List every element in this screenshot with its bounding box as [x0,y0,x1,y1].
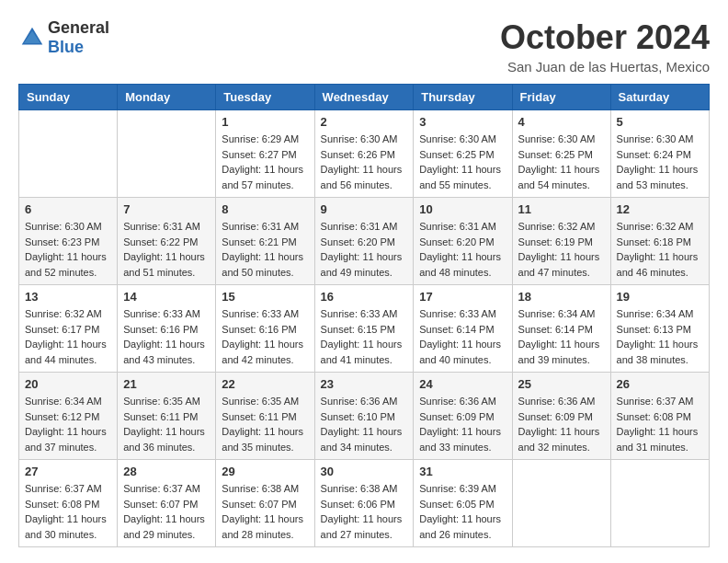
day-info: Sunrise: 6:33 AMSunset: 6:16 PMDaylight:… [222,306,308,367]
header-row: SundayMondayTuesdayWednesdayThursdayFrid… [19,85,710,110]
location-subtitle: San Juan de las Huertas, Mexico [500,59,710,75]
day-cell: 26Sunrise: 6:37 AMSunset: 6:08 PMDayligh… [610,373,709,460]
day-info: Sunrise: 6:37 AMSunset: 6:08 PMDaylight:… [617,394,703,454]
day-info: Sunrise: 6:35 AMSunset: 6:11 PMDaylight:… [222,394,308,454]
day-number: 13 [25,290,111,304]
day-number: 23 [321,377,408,391]
day-info: Sunrise: 6:37 AMSunset: 6:08 PMDaylight:… [25,481,111,542]
day-info: Sunrise: 6:30 AMSunset: 6:25 PMDaylight:… [419,132,506,192]
day-number: 24 [419,377,506,391]
day-cell: 21Sunrise: 6:35 AMSunset: 6:11 PMDayligh… [118,373,216,460]
day-cell: 11Sunrise: 6:32 AMSunset: 6:19 PMDayligh… [512,198,610,285]
day-number: 28 [123,465,210,478]
day-cell: 20Sunrise: 6:34 AMSunset: 6:12 PMDayligh… [19,373,118,460]
day-cell: 27Sunrise: 6:37 AMSunset: 6:08 PMDayligh… [19,460,118,547]
day-cell [118,110,216,198]
day-cell: 7Sunrise: 6:31 AMSunset: 6:22 PMDaylight… [118,198,216,285]
day-info: Sunrise: 6:39 AMSunset: 6:05 PMDaylight:… [419,481,506,542]
day-info: Sunrise: 6:30 AMSunset: 6:23 PMDaylight:… [25,219,111,280]
day-number: 19 [617,290,703,304]
day-info: Sunrise: 6:38 AMSunset: 6:07 PMDaylight:… [222,481,308,542]
day-cell: 9Sunrise: 6:31 AMSunset: 6:20 PMDaylight… [314,198,414,285]
title-section: October 2024 San Juan de las Huertas, Me… [500,18,710,75]
day-number: 20 [25,377,111,391]
day-cell: 5Sunrise: 6:30 AMSunset: 6:24 PMDaylight… [610,110,709,198]
day-number: 17 [419,290,506,304]
day-number: 1 [222,115,308,129]
day-info: Sunrise: 6:31 AMSunset: 6:20 PMDaylight:… [321,219,408,280]
day-number: 25 [518,377,605,391]
day-number: 4 [518,115,605,129]
day-cell: 18Sunrise: 6:34 AMSunset: 6:14 PMDayligh… [512,285,610,373]
day-number: 7 [123,202,210,216]
week-row-4: 27Sunrise: 6:37 AMSunset: 6:08 PMDayligh… [19,460,710,547]
day-info: Sunrise: 6:30 AMSunset: 6:24 PMDaylight:… [617,132,703,192]
logo-general: General [48,18,109,37]
day-cell: 31Sunrise: 6:39 AMSunset: 6:05 PMDayligh… [414,460,512,547]
day-cell: 8Sunrise: 6:31 AMSunset: 6:21 PMDaylight… [216,198,314,285]
day-number: 12 [617,202,703,216]
logo: General Blue [18,18,109,57]
day-number: 11 [518,202,605,216]
day-number: 22 [222,377,308,391]
day-info: Sunrise: 6:36 AMSunset: 6:10 PMDaylight:… [321,394,408,454]
header-day-monday: Monday [118,85,216,110]
day-number: 29 [222,465,308,478]
day-info: Sunrise: 6:36 AMSunset: 6:09 PMDaylight:… [419,394,506,454]
day-cell: 1Sunrise: 6:29 AMSunset: 6:27 PMDaylight… [216,110,314,198]
day-cell [19,110,118,198]
day-cell: 3Sunrise: 6:30 AMSunset: 6:25 PMDaylight… [414,110,512,198]
week-row-0: 1Sunrise: 6:29 AMSunset: 6:27 PMDaylight… [19,110,710,198]
day-cell: 10Sunrise: 6:31 AMSunset: 6:20 PMDayligh… [414,198,512,285]
day-info: Sunrise: 6:33 AMSunset: 6:15 PMDaylight:… [321,306,408,367]
day-info: Sunrise: 6:36 AMSunset: 6:09 PMDaylight:… [518,394,605,454]
day-info: Sunrise: 6:32 AMSunset: 6:18 PMDaylight:… [617,219,703,280]
week-row-1: 6Sunrise: 6:30 AMSunset: 6:23 PMDaylight… [19,198,710,285]
day-number: 2 [321,115,408,129]
day-info: Sunrise: 6:38 AMSunset: 6:06 PMDaylight:… [321,481,408,542]
day-cell: 19Sunrise: 6:34 AMSunset: 6:13 PMDayligh… [610,285,709,373]
day-info: Sunrise: 6:35 AMSunset: 6:11 PMDaylight:… [123,394,210,454]
day-number: 9 [321,202,408,216]
header-day-friday: Friday [512,85,610,110]
day-cell: 4Sunrise: 6:30 AMSunset: 6:25 PMDaylight… [512,110,610,198]
day-number: 16 [321,290,408,304]
day-cell: 24Sunrise: 6:36 AMSunset: 6:09 PMDayligh… [414,373,512,460]
day-number: 15 [222,290,308,304]
week-row-2: 13Sunrise: 6:32 AMSunset: 6:17 PMDayligh… [19,285,710,373]
header-day-sunday: Sunday [19,85,118,110]
header-day-tuesday: Tuesday [216,85,314,110]
day-number: 21 [123,377,210,391]
day-info: Sunrise: 6:33 AMSunset: 6:16 PMDaylight:… [123,306,210,367]
day-number: 14 [123,290,210,304]
page-header: General Blue October 2024 San Juan de la… [18,18,710,75]
day-cell: 22Sunrise: 6:35 AMSunset: 6:11 PMDayligh… [216,373,314,460]
day-cell: 6Sunrise: 6:30 AMSunset: 6:23 PMDaylight… [19,198,118,285]
week-row-3: 20Sunrise: 6:34 AMSunset: 6:12 PMDayligh… [19,373,710,460]
calendar-table: SundayMondayTuesdayWednesdayThursdayFrid… [18,84,710,547]
day-number: 10 [419,202,506,216]
day-info: Sunrise: 6:31 AMSunset: 6:21 PMDaylight:… [222,219,308,280]
day-info: Sunrise: 6:32 AMSunset: 6:19 PMDaylight:… [518,219,605,280]
day-info: Sunrise: 6:37 AMSunset: 6:07 PMDaylight:… [123,481,210,542]
day-cell: 13Sunrise: 6:32 AMSunset: 6:17 PMDayligh… [19,285,118,373]
month-title: October 2024 [500,18,710,57]
day-number: 18 [518,290,605,304]
header-day-thursday: Thursday [414,85,512,110]
day-info: Sunrise: 6:34 AMSunset: 6:14 PMDaylight:… [518,306,605,367]
day-cell: 14Sunrise: 6:33 AMSunset: 6:16 PMDayligh… [118,285,216,373]
day-number: 6 [25,202,111,216]
day-number: 26 [617,377,703,391]
day-number: 30 [321,465,408,478]
day-cell: 28Sunrise: 6:37 AMSunset: 6:07 PMDayligh… [118,460,216,547]
day-cell: 25Sunrise: 6:36 AMSunset: 6:09 PMDayligh… [512,373,610,460]
calendar-header: SundayMondayTuesdayWednesdayThursdayFrid… [19,85,710,110]
day-number: 27 [25,465,111,478]
day-cell: 23Sunrise: 6:36 AMSunset: 6:10 PMDayligh… [314,373,414,460]
day-info: Sunrise: 6:34 AMSunset: 6:13 PMDaylight:… [617,306,703,367]
day-cell: 30Sunrise: 6:38 AMSunset: 6:06 PMDayligh… [314,460,414,547]
day-cell [512,460,610,547]
logo-icon [18,24,46,52]
day-info: Sunrise: 6:29 AMSunset: 6:27 PMDaylight:… [222,132,308,192]
header-day-saturday: Saturday [610,85,709,110]
